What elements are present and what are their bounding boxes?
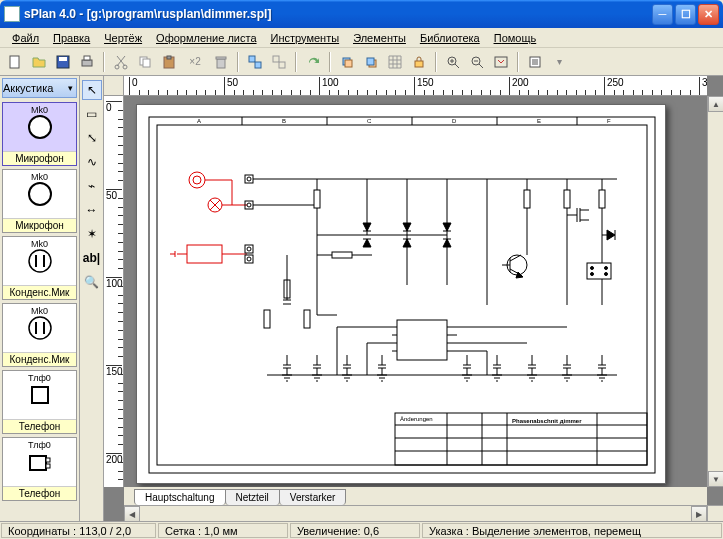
zoom-in-button[interactable] [442,51,464,73]
sheet-tab[interactable]: Verstarker [279,489,347,505]
dup-button[interactable]: ×2 [182,51,208,73]
ruler-corner [104,76,124,96]
svg-rect-92 [599,190,605,208]
svg-point-66 [247,177,251,181]
library-panel: Аккустика ▾ Mk0МикрофонMk0МикрофонMk0Кон… [0,76,80,521]
pointer-tool[interactable]: ↖ [82,80,102,100]
poly-tool[interactable]: ⌁ [82,176,102,196]
menu-edit[interactable]: Правка [47,30,96,46]
svg-text:B: B [282,118,286,124]
vertical-ruler: 050100150200 [104,96,124,487]
group-button[interactable] [244,51,266,73]
delete-button[interactable] [210,51,232,73]
scroll-right-button[interactable]: ▶ [691,506,707,522]
vertical-scrollbar[interactable]: ▲ ▼ [707,96,723,487]
library-item[interactable]: Тлф0Телефон [2,370,77,434]
lock-button[interactable] [408,51,430,73]
menu-elements[interactable]: Элементы [347,30,412,46]
svg-rect-3 [82,60,92,66]
sheet-tab[interactable]: Hauptschaltung [134,489,226,505]
component-caption: Конденс.Мик [3,352,76,366]
menubar: Файл Правка Чертёж Оформление листа Инст… [0,28,723,48]
menu-sheet[interactable]: Оформление листа [150,30,262,46]
text-tool[interactable]: ab| [82,248,102,268]
status-grid: Сетка : 1,0 мм [158,523,288,538]
library-category-tab[interactable]: Аккустика ▾ [2,78,77,98]
svg-text:D: D [452,118,457,124]
svg-rect-34 [32,387,48,403]
svg-rect-16 [279,62,285,68]
menu-help[interactable]: Помощь [488,30,543,46]
scroll-left-button[interactable]: ◀ [124,506,140,522]
titlebar: sPlan 4.0 - [g:\program\rusplan\dimmer.s… [0,0,723,28]
line-tool[interactable]: ∿ [82,152,102,172]
status-hint: Указка : Выделение элементов, перемещ [422,523,722,538]
component-caption: Телефон [3,419,76,433]
new-button[interactable] [4,51,26,73]
library-item[interactable]: Mk0Микрофон [2,102,77,166]
library-item[interactable]: Mk0Конденс.Мик [2,236,77,300]
snap-button[interactable] [384,51,406,73]
svg-rect-14 [255,62,261,68]
svg-rect-94 [264,310,270,328]
svg-text:Phasenabschnit дimmer: Phasenabschnit дimmer [512,418,582,424]
toolbar: ×2 ▾ [0,48,723,76]
cut-button[interactable] [110,51,132,73]
ungroup-button[interactable] [268,51,290,73]
redo-button[interactable] [302,51,324,73]
scrollbar-corner [707,505,723,521]
svg-rect-24 [495,57,507,67]
copy-button[interactable] [134,51,156,73]
svg-rect-35 [30,456,46,470]
menu-draw[interactable]: Чертёж [98,30,148,46]
menu-file[interactable]: Файл [6,30,45,46]
svg-rect-58 [187,245,222,263]
arrows-tool[interactable]: ⤡ [82,128,102,148]
print-button[interactable] [76,51,98,73]
sheet-tab[interactable]: Netzteil [225,489,280,505]
menu-tools[interactable]: Инструменты [265,30,346,46]
front-button[interactable] [336,51,358,73]
menu-library[interactable]: Библиотека [414,30,486,46]
zoom-tool[interactable]: 🔍 [82,272,102,292]
library-item[interactable]: Mk0Микрофон [2,169,77,233]
svg-text:A: A [197,118,201,124]
svg-rect-0 [10,56,19,68]
svg-rect-69 [245,255,253,263]
svg-rect-64 [245,175,253,183]
svg-point-67 [247,203,251,207]
options-button[interactable] [524,51,546,73]
dim-tool[interactable]: ↔ [82,200,102,220]
svg-rect-39 [157,125,647,465]
component-caption: Микрофон [3,218,76,232]
svg-rect-15 [273,56,279,62]
zoom-fit-button[interactable] [490,51,512,73]
zoom-out-button[interactable] [466,51,488,73]
svg-point-71 [247,257,251,261]
node-tool[interactable]: ✶ [82,224,102,244]
status-zoom: Увеличение: 0,6 [290,523,420,538]
canvas-area: 050100150200250300 050100150200 ABCDEF [104,76,723,521]
minimize-button[interactable]: ─ [652,4,673,25]
open-button[interactable] [28,51,50,73]
rect-tool[interactable]: ▭ [82,104,102,124]
align-button[interactable]: ▾ [548,51,570,73]
back-button[interactable] [360,51,382,73]
svg-point-179 [591,267,594,270]
library-item[interactable]: Mk0Конденс.Мик [2,303,77,367]
svg-point-31 [29,317,51,339]
library-items: Mk0МикрофонMk0МикрофонMk0Конденс.МикMk0К… [0,100,79,521]
close-button[interactable]: ✕ [698,4,719,25]
library-category-label: Аккустика [3,82,53,94]
save-button[interactable] [52,51,74,73]
canvas[interactable]: ABCDEF [124,96,707,487]
svg-rect-96 [332,252,352,258]
scroll-down-button[interactable]: ▼ [708,471,723,487]
scroll-up-button[interactable]: ▲ [708,96,723,112]
paste-button[interactable] [158,51,180,73]
maximize-button[interactable]: ☐ [675,4,696,25]
drawing-sheet[interactable]: ABCDEF [136,104,666,484]
library-item[interactable]: Тлф0Телефон [2,437,77,501]
horizontal-scrollbar[interactable]: ◀ ▶ [124,505,707,521]
svg-text:E: E [537,118,541,124]
